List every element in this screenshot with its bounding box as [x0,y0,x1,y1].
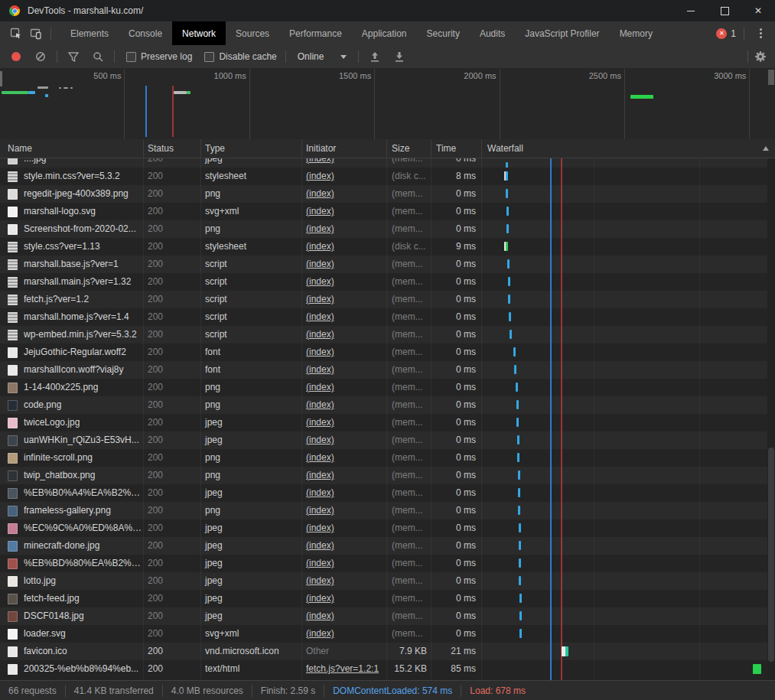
network-overview[interactable]: 500 ms1000 ms1500 ms2000 ms2500 ms3000 m… [0,69,775,139]
scrollbar-thumb[interactable] [768,448,774,662]
request-row[interactable]: favicon.ico200vnd.microsoft.iconOther7.9… [0,643,767,660]
request-row[interactable]: marshallIcon.woff?viaj8y200font(index)(m… [0,361,767,379]
minimize-button[interactable] [674,0,708,21]
inspect-element-button[interactable] [6,24,26,44]
initiator-link[interactable]: (index) [306,610,334,621]
initiator-link[interactable]: (index) [306,382,334,392]
tab-elements[interactable]: Elements [60,21,119,45]
column-header-initiator[interactable]: Initiator [302,139,387,158]
request-row[interactable]: %EB%B0%A4%EA%B2%8C...200jpeg(index)(mem.… [0,484,767,502]
request-row[interactable]: twiceLogo.jpg200jpeg(index)(mem...0 ms [0,414,767,431]
initiator-link[interactable]: (index) [306,575,334,586]
record-button[interactable] [6,47,26,67]
request-row[interactable]: code.png200png(index)(mem...0 ms [0,396,767,414]
initiator-link[interactable]: (index) [306,505,334,516]
initiator-link[interactable]: (index) [306,417,334,428]
tab-application[interactable]: Application [352,21,417,45]
table-scrollbar[interactable] [767,158,775,680]
request-row[interactable]: 1-14-400x225.png200png(index)(mem...0 ms [0,379,767,396]
tab-audits[interactable]: Audits [470,21,515,45]
search-button[interactable] [88,47,108,67]
request-row[interactable]: DSCF0148.jpg200jpeg(index)(mem...0 ms [0,607,767,625]
request-row[interactable]: marshall-logo.svg200svg+xml(index)(mem..… [0,203,767,220]
request-row[interactable]: fetch-feed.jpg200jpeg(index)(mem...0 ms [0,590,767,607]
request-row[interactable]: ....jpg200jpeg(index)(mem...0 ms [0,158,767,168]
tab-security[interactable]: Security [417,21,470,45]
initiator-link[interactable]: (index) [306,523,334,533]
request-row[interactable]: marshall.main.js?ver=1.32200script(index… [0,273,767,291]
import-har-button[interactable] [365,47,385,67]
request-row[interactable]: infinite-scroll.png200png(index)(mem...0… [0,449,767,467]
tab-performance[interactable]: Performance [279,21,352,45]
initiator-link[interactable]: (index) [306,259,334,269]
initiator-link[interactable]: (index) [306,171,334,181]
settings-button[interactable] [751,47,770,67]
initiator-link[interactable]: (index) [306,206,334,217]
request-row[interactable]: lotto.jpg200jpeg(index)(mem...0 ms [0,572,767,590]
column-header-type[interactable]: Type [201,139,302,158]
initiator-link[interactable]: (index) [306,487,334,498]
devtools-menu-button[interactable] [751,24,770,44]
disable-cache-label[interactable]: Disable cache [219,51,276,62]
initiator-link[interactable]: (index) [306,628,334,639]
clear-button[interactable] [31,47,50,67]
device-toolbar-button[interactable] [26,24,46,44]
initiator-link[interactable]: (index) [306,558,334,568]
initiator-link[interactable]: (index) [306,347,334,357]
column-header-status[interactable]: Status [144,139,201,158]
request-row[interactable]: marshall.base.js?ver=1200script(index)(m… [0,256,767,273]
initiator-link[interactable]: (index) [306,311,334,322]
initiator-link[interactable]: (index) [306,294,334,304]
close-button[interactable]: ✕ [741,0,775,21]
maximize-button[interactable] [708,0,741,21]
request-row[interactable]: style.css?ver=1.13200stylesheet(index)(d… [0,238,767,256]
tab-sources[interactable]: Sources [226,21,279,45]
tab-javascript-profiler[interactable]: JavaScript Profiler [515,21,609,45]
initiator-link[interactable]: fetch.js?ver=1.2:1 [306,663,379,674]
initiator-link[interactable]: (index) [306,223,334,234]
request-row[interactable]: twip_chatbox.png200png(index)(mem...0 ms [0,467,767,484]
request-row[interactable]: marshall.home.js?ver=1.4200script(index)… [0,308,767,326]
initiator-link[interactable]: (index) [306,241,334,252]
tab-network[interactable]: Network [172,21,226,45]
overview-scrollbar[interactable] [768,70,774,85]
request-row[interactable]: minecraft-done.jpg200jpeg(index)(mem...0… [0,537,767,555]
preserve-log-label[interactable]: Preserve log [141,51,192,62]
column-header-waterfall[interactable]: Waterfall [482,139,775,158]
initiator-link[interactable]: (index) [306,435,334,445]
initiator-link[interactable]: (index) [306,158,334,164]
initiator-link[interactable]: (index) [306,329,334,340]
throttling-select[interactable]: Online [298,51,347,62]
request-row[interactable]: %EC%9C%A0%ED%8A%9...200jpeg(index)(mem..… [0,519,767,537]
initiator-link[interactable]: (index) [306,276,334,287]
request-row[interactable]: style.min.css?ver=5.3.2200stylesheet(ind… [0,168,767,185]
request-row[interactable]: loader.svg200svg+xml(index)(mem...0 ms [0,625,767,643]
tab-memory[interactable]: Memory [610,21,663,45]
request-row[interactable]: frameless-gallery.png200png(index)(mem..… [0,502,767,519]
request-row[interactable]: Screenshot-from-2020-02...200png(index)(… [0,220,767,238]
request-row[interactable]: 200325-%eb%b8%94%eb...200text/htmlfetch.… [0,660,767,678]
filter-button[interactable] [63,47,83,67]
preserve-log-checkbox[interactable] [126,52,136,62]
initiator-link[interactable]: (index) [306,470,334,480]
request-row[interactable]: JejuGothic-Regular.woff2200font(index)(m… [0,343,767,361]
column-header-size[interactable]: Size [387,139,431,158]
tab-console[interactable]: Console [119,21,172,45]
request-row[interactable]: regedit-jpeg-400x389.png200png(index)(me… [0,185,767,203]
initiator-link[interactable]: (index) [306,593,334,604]
initiator-link[interactable]: (index) [306,399,334,410]
request-row[interactable]: wp-embed.min.js?ver=5.3.2200script(index… [0,326,767,343]
console-error-badge[interactable]: ✕ 1 [716,28,736,39]
column-header-time[interactable]: Time [431,139,482,158]
disable-cache-checkbox[interactable] [204,52,214,62]
overview-left-handle[interactable] [0,71,2,86]
request-row[interactable]: uanWHKin_rQiZu3-E53vH...200jpeg(index)(m… [0,431,767,449]
export-har-button[interactable] [389,47,409,67]
initiator-link[interactable]: (index) [306,364,334,375]
initiator-link[interactable]: (index) [306,452,334,463]
request-row[interactable]: fetch.js?ver=1.2200script(index)(mem...0… [0,291,767,308]
request-row[interactable]: %EB%BD%80%EA%B2%8C...200jpeg(index)(mem.… [0,555,767,572]
initiator-link[interactable]: (index) [306,540,334,551]
initiator-link[interactable]: (index) [306,188,334,199]
column-header-name[interactable]: Name [0,139,144,158]
